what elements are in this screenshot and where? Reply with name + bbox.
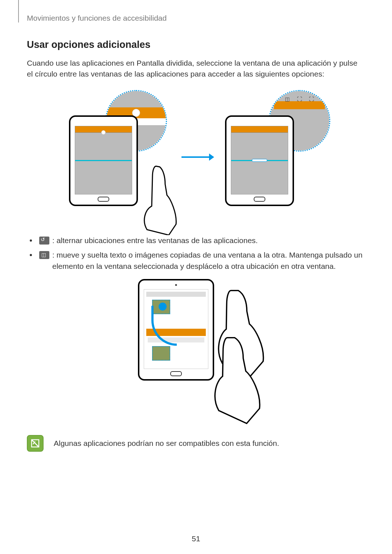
bullet-dot-icon [30, 239, 32, 242]
tablet-illustration [225, 115, 294, 206]
close-icon: ✕ [321, 96, 326, 102]
options-list: : alternar ubicaciones entre las ventana… [27, 235, 365, 272]
maximize-icon: ⛶ [309, 96, 314, 102]
intro-paragraph: Cuando use las aplicaciones en Pantalla … [27, 58, 365, 80]
figure-split-options: ↺ ◫ ⛶ ⛶ ✕ [27, 90, 365, 224]
tablet-illustration [138, 279, 214, 381]
figure-tap-divider [62, 90, 167, 224]
swap-icon: ↺ [273, 96, 278, 102]
page-content: Usar opciones adicionales Cuando use las… [27, 39, 365, 452]
bullet-text: : alternar ubicaciones entre las ventana… [52, 235, 258, 246]
hand-icon [134, 163, 178, 235]
hand-icon [203, 333, 269, 428]
expand-icon: ⛶ [297, 96, 302, 102]
list-item: : mueve y suelta texto o imágenes copiad… [27, 250, 365, 272]
arrow-right-icon [181, 156, 211, 158]
section-marker [18, 0, 19, 22]
breadcrumb: Movimientos y funciones de accesibilidad [27, 14, 167, 22]
swap-windows-icon [39, 237, 49, 245]
figure-options-bar: ↺ ◫ ⛶ ⛶ ✕ [225, 90, 330, 224]
bullet-dot-icon [30, 254, 32, 256]
drag-icon: ◫ [285, 96, 290, 102]
tablet-illustration [69, 115, 138, 206]
section-title: Usar opciones adicionales [27, 39, 365, 50]
figure-drag-drop [27, 279, 365, 417]
bullet-text: : mueve y suelta texto o imágenes copiad… [52, 250, 365, 272]
note-text: Algunas aplicaciones podrían no ser comp… [54, 439, 279, 448]
page-number: 51 [192, 534, 200, 543]
note-icon [27, 435, 44, 452]
note-block: Algunas aplicaciones podrían no ser comp… [27, 435, 365, 452]
list-item: : alternar ubicaciones entre las ventana… [27, 235, 365, 246]
drag-drop-icon [39, 251, 49, 259]
